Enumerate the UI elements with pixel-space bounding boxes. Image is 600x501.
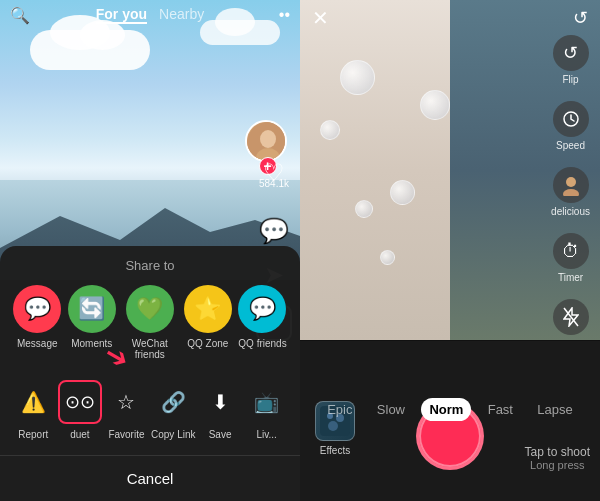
action-duet[interactable]: ⊙⊙ duet bbox=[58, 380, 102, 440]
speed-label: Speed bbox=[556, 140, 585, 151]
shoot-hints: Tap to shoot Long press bbox=[525, 441, 590, 471]
share-moments-label: Moments bbox=[71, 338, 112, 349]
bubble-decoration bbox=[380, 250, 395, 265]
speed-epic[interactable]: Epic bbox=[319, 398, 360, 421]
left-panel: 🔍 For you Nearby •• + ♡ 584.1k 💬 ➤ bbox=[0, 0, 300, 501]
bubble-decoration bbox=[340, 60, 375, 95]
duet-icon: ⊙⊙ bbox=[65, 391, 95, 413]
share-message-label: Message bbox=[17, 338, 58, 349]
bubble-decoration bbox=[420, 90, 450, 120]
action-save[interactable]: ⬇ Save bbox=[198, 380, 242, 440]
close-button[interactable]: ✕ bbox=[312, 6, 329, 30]
speed-norm[interactable]: Norm bbox=[421, 398, 471, 421]
qq-zone-icon: ⭐ bbox=[194, 296, 221, 322]
flip-label: Flip bbox=[562, 74, 578, 85]
action-copy-link-label: Copy Link bbox=[151, 429, 195, 440]
svg-point-9 bbox=[328, 421, 338, 431]
left-header: 🔍 For you Nearby •• bbox=[0, 0, 300, 30]
timer-label: Timer bbox=[558, 272, 583, 283]
share-qq-friends-label: QQ friends bbox=[238, 338, 286, 349]
share-icons-row: 💬 Message 🔄 Moments 💚 WeChat friends ⭐ bbox=[0, 285, 300, 360]
tool-user-filter[interactable]: delicious bbox=[551, 167, 590, 217]
copy-link-icon: 🔗 bbox=[161, 390, 186, 414]
tab-nearby[interactable]: Nearby bbox=[159, 6, 204, 24]
tab-for-you[interactable]: For you bbox=[96, 6, 147, 24]
long-press-label: Long press bbox=[530, 459, 584, 471]
share-qq-friends[interactable]: 💬 QQ friends bbox=[238, 285, 286, 360]
comment-button[interactable]: 💬 bbox=[259, 217, 289, 245]
action-duet-label: duet bbox=[70, 429, 89, 440]
flip-shortcut[interactable]: ↺ bbox=[573, 7, 588, 29]
wechat-icon: 💚 bbox=[136, 296, 163, 322]
flip-icon: ↺ bbox=[553, 35, 589, 71]
action-live[interactable]: 📺 Liv... bbox=[245, 380, 289, 440]
action-report-label: Report bbox=[18, 429, 48, 440]
share-to-label: Share to bbox=[0, 258, 300, 273]
search-icon[interactable]: 🔍 bbox=[10, 6, 30, 25]
right-bottom-controls: Epic Slow Norm Fast Lapse Effects bbox=[300, 341, 600, 501]
speed-icon bbox=[553, 101, 589, 137]
effects-label: Effects bbox=[320, 445, 350, 456]
right-toolbar: ↺ Flip Speed delicious ⏱ Timer bbox=[551, 35, 590, 335]
action-save-label: Save bbox=[209, 429, 232, 440]
tool-speed[interactable]: Speed bbox=[553, 101, 589, 151]
cancel-button[interactable]: Cancel bbox=[0, 456, 300, 501]
live-icon: 📺 bbox=[254, 390, 279, 414]
action-favorite-label: Favorite bbox=[108, 429, 144, 440]
avatar[interactable] bbox=[245, 120, 287, 162]
user-filter-icon bbox=[553, 167, 589, 203]
save-icon: ⬇ bbox=[212, 390, 229, 414]
speed-slow[interactable]: Slow bbox=[369, 398, 413, 421]
svg-point-1 bbox=[260, 130, 276, 148]
share-message[interactable]: 💬 Message bbox=[13, 285, 61, 360]
delicious-label: delicious bbox=[551, 206, 590, 217]
share-bottom-sheet: Share to 💬 Message 🔄 Moments 💚 WeChat fr… bbox=[0, 246, 300, 501]
bubble-decoration bbox=[320, 120, 340, 140]
action-icons-row: ⚠️ Report ⊙⊙ duet ☆ Favorite 🔗 C bbox=[0, 380, 300, 456]
speed-fast[interactable]: Fast bbox=[480, 398, 521, 421]
action-copy-link[interactable]: 🔗 Copy Link bbox=[151, 380, 195, 440]
svg-point-3 bbox=[566, 177, 576, 187]
camera-bg-left bbox=[300, 0, 450, 340]
report-icon: ⚠️ bbox=[21, 390, 46, 414]
svg-point-4 bbox=[563, 189, 579, 196]
like-count: 584.1k bbox=[259, 178, 289, 189]
tool-flip[interactable]: ↺ Flip bbox=[553, 35, 589, 85]
tool-flash[interactable] bbox=[553, 299, 589, 335]
favorite-icon: ☆ bbox=[117, 390, 135, 414]
action-live-label: Liv... bbox=[256, 429, 276, 440]
action-favorite[interactable]: ☆ Favorite bbox=[104, 380, 148, 440]
share-qq-zone[interactable]: ⭐ QQ Zone bbox=[184, 285, 232, 360]
tap-to-shoot-label: Tap to shoot bbox=[525, 445, 590, 459]
right-header: ✕ ↺ bbox=[300, 0, 600, 35]
message-icon: 💬 bbox=[24, 296, 51, 322]
qq-friends-icon: 💬 bbox=[249, 296, 276, 322]
bubble-decoration bbox=[390, 180, 415, 205]
header-tabs: For you Nearby bbox=[96, 6, 204, 24]
tool-timer[interactable]: ⏱ Timer bbox=[553, 233, 589, 283]
speed-lapse[interactable]: Lapse bbox=[529, 398, 580, 421]
action-report[interactable]: ⚠️ Report bbox=[11, 380, 55, 440]
more-icon[interactable]: •• bbox=[279, 6, 290, 24]
share-qq-zone-label: QQ Zone bbox=[187, 338, 228, 349]
right-panel: ✕ ↺ ↺ Flip Speed delicious bbox=[300, 0, 600, 501]
bubble-decoration bbox=[355, 200, 373, 218]
like-button[interactable]: ♡ 584.1k bbox=[263, 159, 285, 187]
cloud-decoration bbox=[30, 30, 150, 70]
moments-icon: 🔄 bbox=[78, 296, 105, 322]
speed-mode-selector: Epic Slow Norm Fast Lapse bbox=[300, 398, 600, 421]
flash-off-icon bbox=[553, 299, 589, 335]
timer-icon: ⏱ bbox=[553, 233, 589, 269]
